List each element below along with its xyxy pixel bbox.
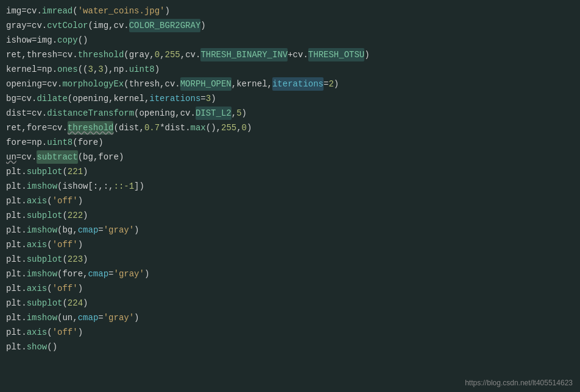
code-token: plt <box>6 311 21 324</box>
code-token: ( <box>57 180 62 193</box>
code-token: cv <box>21 150 32 164</box>
code-token: = <box>32 33 37 47</box>
code-token: 'water_coins.jpg' <box>78 4 165 18</box>
code-token: ) <box>78 238 83 251</box>
code-line: bg=cv.dilate(opening,kernel,iterations=3… <box>0 91 580 106</box>
code-token: uint8 <box>47 136 72 149</box>
code-token: fore <box>98 150 119 164</box>
code-token: dist <box>165 121 186 135</box>
code-token: cv <box>180 107 191 120</box>
code-token: threshold <box>78 48 124 61</box>
code-token: = <box>200 92 205 105</box>
code-token: dist <box>6 107 27 120</box>
code-line: plt.subplot(223) <box>0 252 580 267</box>
code-token: . <box>185 121 190 135</box>
code-token: () <box>47 340 57 354</box>
code-token: imread <box>42 4 72 18</box>
code-token: ) <box>155 63 160 76</box>
code-token: (( <box>78 63 88 76</box>
code-token: subplot <box>27 165 63 178</box>
code-token: ( <box>47 238 52 251</box>
code-token: = <box>21 4 26 18</box>
code-token: , <box>232 77 236 91</box>
code-token: ( <box>134 107 139 120</box>
code-token: 'off' <box>52 282 78 295</box>
code-token: ret <box>6 48 21 61</box>
code-token: gray <box>6 19 27 32</box>
code-token: threshold <box>68 121 114 135</box>
code-token: ( <box>88 19 93 32</box>
code-token: imshow <box>27 267 57 281</box>
code-token: cmap <box>78 223 99 237</box>
code-token: axis <box>27 282 48 295</box>
code-token: (), <box>206 121 221 135</box>
code-token: cv <box>52 121 63 135</box>
code-token: . <box>175 77 180 91</box>
code-token: ( <box>62 253 67 266</box>
code-token: dist <box>119 121 140 135</box>
code-token: = <box>27 107 32 120</box>
code-token: . <box>21 238 26 251</box>
code-token: = <box>42 77 47 91</box>
code-token: plt <box>6 282 21 295</box>
code-token: opening <box>139 107 175 120</box>
code-token: . <box>21 209 26 222</box>
code-token: . <box>52 63 57 76</box>
code-token: ) <box>83 165 88 178</box>
code-token: cv <box>21 92 32 105</box>
code-token: imshow <box>27 223 57 237</box>
code-line: plt.subplot(224) <box>0 296 580 310</box>
code-token: ret <box>6 121 21 135</box>
code-token: . <box>62 121 67 135</box>
code-token: ) <box>98 136 103 149</box>
code-token: cv <box>27 4 37 18</box>
code-line: img=cv.imread('water_coins.jpg') <box>0 4 580 18</box>
code-token: cv <box>185 48 196 61</box>
code-line: plt.imshow(ishow[:,:,::-1]) <box>0 179 580 194</box>
code-token: ) <box>83 209 88 222</box>
code-token: cmap <box>88 267 108 281</box>
code-token: cv <box>32 19 42 32</box>
code-token: imshow <box>27 311 57 324</box>
code-token: 222 <box>68 209 83 222</box>
code-token: = <box>27 136 32 149</box>
code-token: ) <box>364 48 369 61</box>
code-token: np <box>32 136 42 149</box>
code-token: 255 <box>165 48 180 61</box>
code-token: . <box>124 19 129 32</box>
code-token: . <box>124 63 129 76</box>
code-token: iterations <box>149 92 200 105</box>
code-token: , <box>93 63 98 76</box>
code-token: , <box>236 121 241 135</box>
code-token: 0 <box>155 48 160 61</box>
code-token: un <box>6 150 16 164</box>
code-token: plt <box>6 180 21 193</box>
code-token: ( <box>57 267 62 281</box>
code-token: cv <box>47 77 57 91</box>
code-token: ( <box>124 77 129 91</box>
code-token: img <box>6 4 21 18</box>
code-token: ( <box>124 48 129 61</box>
code-token: 'gray' <box>104 223 134 237</box>
code-token: , <box>149 48 154 61</box>
code-token: np <box>114 63 124 76</box>
code-token: opening <box>72 92 108 105</box>
code-token: 'off' <box>52 194 78 208</box>
code-token: ) <box>78 282 83 295</box>
code-token: show <box>27 340 48 354</box>
code-token: fore <box>62 267 83 281</box>
code-token: ( <box>62 165 67 178</box>
code-token: bg <box>83 150 93 164</box>
code-line: plt.imshow(un,cmap='gray') <box>0 310 580 325</box>
code-token: , <box>232 107 236 120</box>
code-token: plt <box>6 267 21 281</box>
code-token: 221 <box>68 165 83 178</box>
code-token: ( <box>78 150 83 164</box>
code-token: = <box>16 150 21 164</box>
code-token: ishow <box>62 180 88 193</box>
code-token: ( <box>47 194 52 208</box>
code-token: = <box>108 267 113 281</box>
code-token: distanceTransform <box>47 107 134 120</box>
code-token: = <box>47 121 52 135</box>
code-token: ones <box>57 63 78 76</box>
